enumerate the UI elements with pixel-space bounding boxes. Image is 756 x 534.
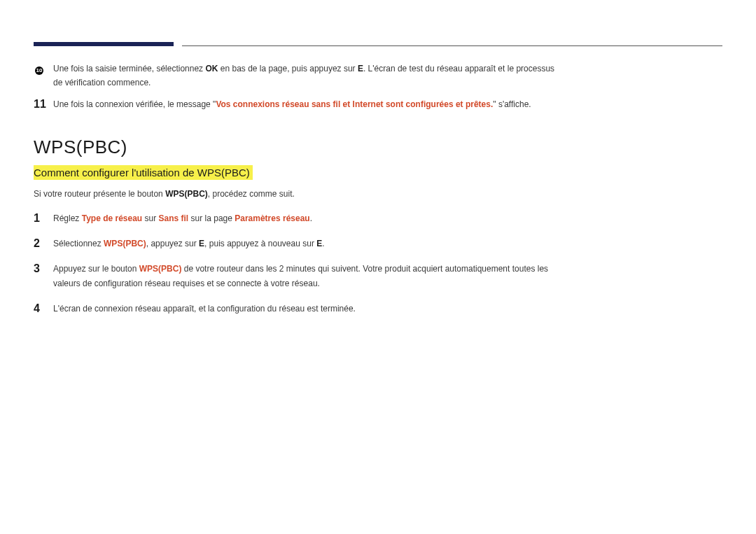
text: Si votre routeur présente le bouton bbox=[34, 189, 165, 199]
step-4: 4 L'écran de connexion réseau apparaît, … bbox=[34, 302, 722, 316]
highlight: Type de réseau bbox=[82, 213, 142, 223]
wps-label: WPS(PBC) bbox=[165, 189, 208, 199]
text: , appuyez sur bbox=[146, 239, 199, 248]
step-text: Appuyez sur le bouton WPS(PBC) de votre … bbox=[53, 262, 557, 290]
text: . bbox=[310, 213, 312, 223]
header-rule bbox=[34, 42, 722, 46]
horizontal-rule bbox=[182, 45, 722, 46]
text: Réglez bbox=[53, 213, 82, 223]
text: Une fois la saisie terminée, sélectionne… bbox=[53, 64, 205, 73]
text: , procédez comme suit. bbox=[208, 189, 295, 199]
list-item-10: 10 Une fois la saisie terminée, sélectio… bbox=[34, 62, 722, 90]
section-subtitle: Comment configurer l'utilisation de WPS(… bbox=[34, 165, 253, 180]
step-3: 3 Appuyez sur le bouton WPS(PBC) de votr… bbox=[34, 262, 722, 290]
key-e: E bbox=[358, 64, 363, 73]
info-icon: 10 bbox=[35, 66, 43, 75]
highlight: Sans fil bbox=[159, 213, 189, 223]
text: sur la page bbox=[188, 213, 234, 223]
text: . bbox=[322, 239, 324, 248]
num: 11 bbox=[34, 98, 46, 110]
accent-bar bbox=[34, 42, 174, 46]
ok-label: OK bbox=[205, 64, 218, 73]
text: " s'affiche. bbox=[493, 99, 531, 109]
section-intro: Si votre routeur présente le bouton WPS(… bbox=[34, 187, 722, 201]
step-2: 2 Sélectionnez WPS(PBC), appuyez sur E, … bbox=[34, 237, 722, 251]
highlight: Paramètres réseau bbox=[234, 213, 309, 223]
text: sur bbox=[142, 213, 158, 223]
step-1: 1 Réglez Type de réseau sur Sans fil sur… bbox=[34, 211, 722, 225]
text: en bas de la page, puis appuyez sur bbox=[218, 64, 357, 73]
step-number: 11 bbox=[34, 97, 53, 111]
step-number: 2 bbox=[34, 237, 53, 250]
text: Une fois la connexion vérifiée, le messa… bbox=[53, 99, 216, 109]
highlight: WPS(PBC) bbox=[104, 239, 146, 248]
highlight-message: Vos connexions réseau sans fil et Intern… bbox=[216, 99, 493, 109]
highlight: WPS(PBC) bbox=[139, 264, 182, 274]
text: Sélectionnez bbox=[53, 239, 104, 248]
step-text: L'écran de connexion réseau apparaît, et… bbox=[53, 302, 557, 316]
step-text: Une fois la connexion vérifiée, le messa… bbox=[53, 97, 557, 111]
list-item-11: 11 Une fois la connexion vérifiée, le me… bbox=[34, 97, 722, 111]
step-text: Une fois la saisie terminée, sélectionne… bbox=[53, 62, 557, 90]
step-number: 4 bbox=[34, 302, 53, 315]
document-page: 10 Une fois la saisie terminée, sélectio… bbox=[0, 0, 756, 316]
step-number: 10 bbox=[34, 62, 53, 75]
text: Appuyez sur le bouton bbox=[53, 264, 139, 274]
section-title: WPS(PBC) bbox=[34, 136, 722, 158]
text: , puis appuyez à nouveau sur bbox=[204, 239, 316, 248]
key-e: E bbox=[199, 239, 204, 248]
step-number: 3 bbox=[34, 262, 53, 275]
step-text: Sélectionnez WPS(PBC), appuyez sur E, pu… bbox=[53, 237, 557, 251]
step-text: Réglez Type de réseau sur Sans fil sur l… bbox=[53, 211, 557, 225]
step-number: 1 bbox=[34, 211, 53, 225]
